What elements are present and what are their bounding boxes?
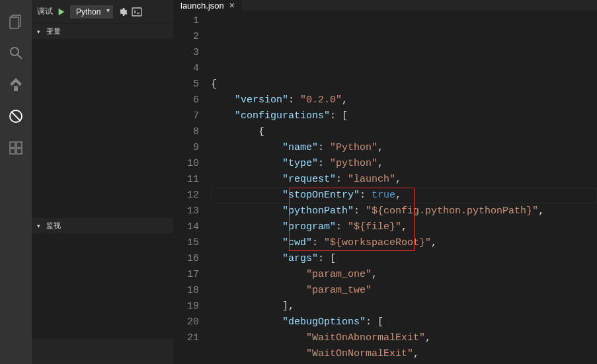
code-line[interactable]: "program": "${file}", [211, 219, 597, 235]
svg-rect-10 [17, 149, 22, 154]
code-line[interactable]: "configurations": [ [211, 108, 597, 124]
watch-title: 监视 [46, 221, 61, 231]
code-line[interactable]: "param_twe" [211, 283, 597, 299]
activity-bar [0, 0, 32, 364]
code-line[interactable]: "version": "0.2.0", [211, 92, 597, 108]
line-number: 1 [174, 13, 199, 29]
variables-header[interactable]: ▾ 变量 [32, 23, 173, 39]
code-line[interactable]: "debugOptions": [ [211, 314, 597, 330]
start-debug-button[interactable] [57, 7, 66, 17]
debug-label: 调试 [37, 6, 53, 17]
code-line[interactable]: "type": "python", [211, 156, 597, 172]
line-number: 3 [174, 45, 199, 61]
svg-rect-8 [17, 142, 22, 147]
code-line[interactable]: "stopOnEntry": true, [211, 188, 597, 203]
line-number: 21 [174, 330, 199, 346]
line-number: 9 [174, 140, 199, 156]
extensions-icon[interactable] [0, 132, 32, 164]
code-line[interactable]: { [211, 124, 597, 140]
svg-marker-11 [59, 8, 65, 15]
debug-console-icon[interactable] [132, 7, 142, 17]
svg-rect-4 [14, 86, 18, 91]
watch-section: ▾ 监视 [32, 217, 173, 339]
line-number: 11 [174, 172, 199, 188]
line-number: 2 [174, 29, 199, 45]
variables-body [32, 39, 173, 217]
code-line[interactable]: { [211, 77, 597, 92]
line-number: 4 [174, 61, 199, 77]
watch-body [32, 233, 173, 339]
line-number: 6 [174, 92, 199, 108]
tab-bar: launch.json × [174, 0, 597, 11]
code-line[interactable]: "pythonPath": "${config.python.pythonPat… [211, 203, 597, 219]
code-line[interactable]: "param_one", [211, 267, 597, 283]
close-icon[interactable]: × [229, 0, 235, 11]
editor-area: launch.json × 12345678910111213141516171… [174, 0, 597, 364]
watch-header[interactable]: ▾ 监视 [32, 217, 173, 233]
svg-rect-12 [132, 8, 141, 16]
line-number: 14 [174, 219, 199, 235]
code-line[interactable]: "request": "launch", [211, 172, 597, 188]
search-icon[interactable] [0, 37, 32, 69]
debug-icon[interactable] [0, 100, 32, 132]
line-number: 8 [174, 124, 199, 140]
chevron-down-icon: ▾ [37, 223, 44, 229]
code-content[interactable]: { "version": "0.2.0", "configurations": … [211, 11, 597, 364]
line-number: 18 [174, 283, 199, 299]
code-line[interactable]: "args": [] [211, 251, 597, 267]
variables-section: ▾ 变量 [32, 23, 173, 217]
debug-config-dropdown[interactable]: Python [70, 5, 113, 18]
gear-icon[interactable] [117, 7, 128, 17]
svg-rect-7 [10, 142, 15, 147]
svg-line-6 [11, 112, 20, 121]
debug-toolbar: 调试 Python [32, 0, 173, 23]
svg-rect-9 [10, 149, 15, 154]
explorer-icon[interactable] [0, 5, 32, 37]
tab-launch-json[interactable]: launch.json × [174, 0, 242, 11]
line-number-gutter: 123456789101112131415161718192021 [174, 11, 211, 364]
svg-line-3 [18, 55, 22, 59]
code-line[interactable]: ], [211, 299, 597, 314]
line-number: 20 [174, 314, 199, 330]
code-line[interactable]: "cwd": "${workspaceRoot}", [211, 235, 597, 251]
tab-label: launch.json [180, 1, 224, 11]
line-number: 10 [174, 156, 199, 172]
line-number: 7 [174, 108, 199, 124]
line-number: 16 [174, 251, 199, 267]
debug-side-panel: 调试 Python ▾ 变量 ▾ 监视 [32, 0, 174, 364]
svg-rect-1 [10, 17, 19, 28]
line-number: 15 [174, 235, 199, 251]
svg-point-2 [11, 48, 19, 55]
line-number: 13 [174, 203, 199, 219]
code-line[interactable]: "WaitOnNormalExit", [211, 346, 597, 362]
variables-title: 变量 [46, 26, 61, 36]
code-editor[interactable]: 123456789101112131415161718192021 { "ver… [174, 11, 597, 364]
line-number: 19 [174, 299, 199, 314]
line-number: 5 [174, 77, 199, 92]
code-line[interactable]: "name": "Python", [211, 140, 597, 156]
line-number: 17 [174, 267, 199, 283]
source-control-icon[interactable] [0, 69, 32, 100]
line-number: 12 [174, 188, 199, 203]
chevron-down-icon: ▾ [37, 28, 44, 35]
code-line[interactable]: "WaitOnAbnormalExit", [211, 330, 597, 346]
